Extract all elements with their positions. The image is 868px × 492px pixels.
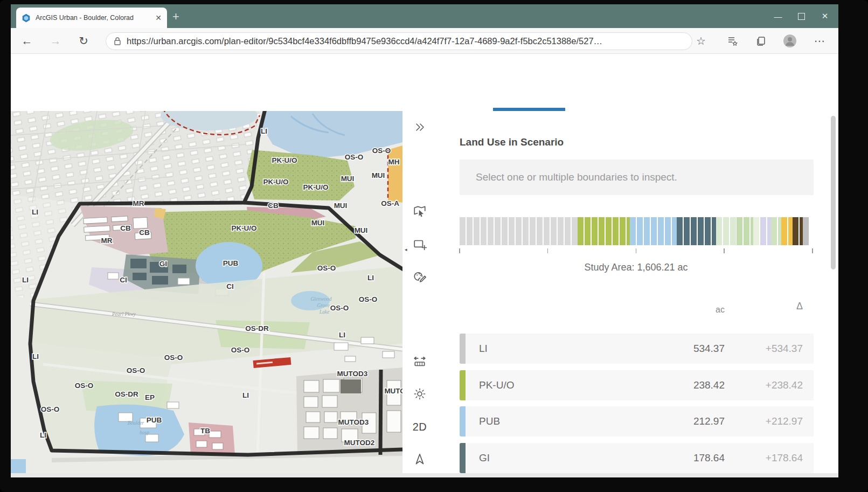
panel-scrollbar[interactable] [831,116,836,269]
bar-segment-TB [793,217,803,245]
svg-text:OS-O: OS-O [372,147,391,155]
daylight-sun-icon[interactable] [412,386,427,401]
svg-text:PK-U/O: PK-U/O [231,224,256,232]
browser-window: ArcGIS Urban - Boulder, Colorad ✕ + — ✕ … [11,4,838,477]
address-bar[interactable]: https://urban.arcgis.com/plan-editor/9c5… [106,32,692,50]
svg-text:LI: LI [261,127,267,135]
row-delta: +212.97 [460,406,803,436]
svg-text:LI: LI [367,274,374,282]
svg-text:CB: CB [139,228,150,237]
back-icon[interactable]: ← [19,33,34,48]
study-area-total: Study Area: 1,606.21 ac [460,262,813,273]
style-palette-icon[interactable] [412,269,427,284]
svg-text:PK-U/O: PK-U/O [263,178,288,186]
svg-text:CI: CI [226,282,234,290]
view-mode-2d-button[interactable]: 2D [412,419,427,434]
column-header-delta: Δ [460,301,803,312]
axis-tick [724,248,725,253]
axis-tick [636,248,637,253]
svg-text:TB: TB [200,427,210,435]
window-maximize-icon[interactable] [798,13,805,20]
new-tab-icon[interactable]: + [172,10,179,24]
svg-text:MUI: MUI [355,226,368,234]
svg-text:LI: LI [32,208,38,216]
svg-text:MUTOD: MUTOD [384,387,402,395]
svg-text:MR: MR [133,199,144,207]
window-close-icon[interactable]: ✕ [819,11,831,21]
svg-text:OS-O: OS-O [317,264,336,272]
browser-tab[interactable]: ArcGIS Urban - Boulder, Colorad ✕ [16,8,167,28]
svg-text:PUB: PUB [147,416,162,424]
svg-text:OS-O: OS-O [75,382,94,390]
refresh-icon[interactable]: ↻ [76,33,91,48]
toolbar-flyout-icon[interactable]: ◂ [405,247,407,252]
row-delta: +178.64 [460,443,803,473]
land-use-row-PK-U/O[interactable]: PK-U/O238.42+238.42 [460,370,814,400]
axis-tick [812,248,813,253]
svg-text:LI: LI [22,276,29,284]
panel-title: Land Use in Scenario [460,136,564,148]
compass-north-icon[interactable] [412,452,427,467]
boundary-select-placeholder: Select one or multiple boundaries to ins… [476,171,677,183]
svg-text:Boulder: Boulder [128,420,144,426]
swipe-compare-icon[interactable] [412,355,427,370]
window-minimize-icon[interactable]: — [772,12,784,21]
favorite-star-icon[interactable]: ☆ [693,33,709,48]
browser-tab-strip: ArcGIS Urban - Boulder, Colorad ✕ + — ✕ [11,4,838,28]
svg-text:OS-O: OS-O [164,354,183,362]
axis-tick [547,248,548,253]
bar-segment-CI [760,217,771,245]
land-use-stacked-bar [460,217,813,245]
bar-segment-MUTOD [781,217,793,245]
svg-text:PUB: PUB [223,259,239,267]
lock-icon [114,37,121,46]
pages-icon[interactable] [753,33,768,48]
svg-text:MUI: MUI [341,175,355,183]
svg-text:hosp: hosp [140,430,149,435]
svg-text:MUTOD3: MUTOD3 [338,418,369,426]
svg-text:LI: LI [339,331,345,339]
map-view[interactable]: LIPK-U/OPK-U/OPK-U/OOS-OOS-OMHMUIMUIMRCB… [11,111,402,473]
draw-rectangle-icon[interactable] [412,237,427,252]
svg-text:OS-A: OS-A [381,199,399,207]
svg-text:EP: EP [145,393,155,401]
axis-tick [459,248,460,253]
screen-frame: ArcGIS Urban - Boulder, Colorad ✕ + — ✕ … [0,0,868,492]
land-use-row-PUB[interactable]: PUB212.97+212.97 [460,406,814,436]
svg-text:CB: CB [268,202,279,210]
svg-text:MUTOD2: MUTOD2 [344,439,375,447]
bar-segment-GI [677,217,716,245]
svg-text:LI: LI [40,431,46,439]
browser-toolbar: ← → ↻ https://urban.arcgis.com/plan-edit… [11,28,838,54]
row-delta: +534.37 [460,334,803,364]
svg-text:OS-O: OS-O [359,295,378,303]
map-canvas[interactable]: LIPK-U/OPK-U/OPK-U/OOS-OOS-OMHMUIMUIMRCB… [11,111,402,473]
svg-text:OS-O: OS-O [345,153,364,161]
svg-text:MUI: MUI [311,219,325,227]
svg-text:OS-O: OS-O [41,405,60,413]
bar-segment-OS-DR [737,217,753,245]
select-features-icon[interactable] [412,204,427,219]
svg-text:Grove: Grove [317,303,329,308]
arcgis-favicon [22,13,31,23]
bar-segment-PK-U/O [578,217,630,245]
svg-text:LI: LI [242,391,249,399]
land-use-row-LI[interactable]: LI534.37+534.37 [460,334,814,364]
svg-text:MR: MR [101,237,113,245]
svg-text:PK-U/O: PK-U/O [272,156,297,164]
collections-icon[interactable] [725,33,740,48]
svg-text:OS-DR: OS-DR [245,324,269,332]
url-text: https://urban.arcgis.com/plan-editor/9c5… [127,36,602,46]
page-bottom-strip [11,473,838,477]
svg-text:Glenwood: Glenwood [310,296,331,302]
bar-segment-MUI [771,217,782,245]
tab-title: ArcGIS Urban - Boulder, Colorad [36,14,151,22]
svg-text:Lake: Lake [319,309,329,315]
row-delta: +238.42 [460,370,803,400]
boundary-select-box[interactable]: Select one or multiple boundaries to ins… [460,160,814,195]
profile-avatar-icon[interactable] [782,33,797,48]
tab-close-icon[interactable]: ✕ [155,13,162,22]
browser-menu-icon[interactable]: ⋯ [812,33,827,48]
panel-collapse-icon[interactable] [412,120,427,135]
land-use-row-GI[interactable]: GI178.64+178.64 [460,443,814,473]
